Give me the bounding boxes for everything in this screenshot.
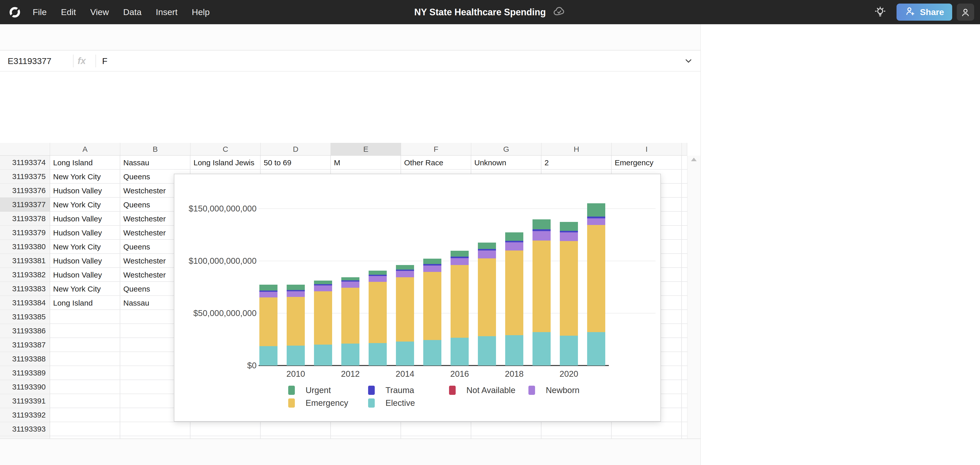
- row-header[interactable]: 31193389: [0, 366, 50, 380]
- row-header[interactable]: 31193385: [0, 310, 50, 324]
- scroll-up-arrow[interactable]: [691, 158, 697, 161]
- row-header[interactable]: 31193374: [0, 156, 50, 170]
- bar-segment-trauma: [287, 290, 305, 291]
- user-avatar-button[interactable]: [957, 3, 974, 21]
- bar-segment-urgent: [560, 222, 578, 231]
- column-header-C[interactable]: C: [191, 143, 261, 156]
- share-person-plus-icon: [905, 6, 916, 19]
- row-header[interactable]: 31193376: [0, 184, 50, 198]
- grid-cell[interactable]: Hudson Valley: [50, 226, 120, 240]
- menu-item-edit[interactable]: Edit: [61, 7, 76, 17]
- column-header-B[interactable]: B: [120, 143, 191, 156]
- row-header[interactable]: 31193384: [0, 296, 50, 310]
- feedback-lightbulb-icon[interactable]: [873, 5, 888, 20]
- grid-cell[interactable]: Long Island: [50, 296, 120, 310]
- legend-swatch: [449, 386, 456, 395]
- formula-bar-expand-icon[interactable]: [684, 56, 693, 67]
- row-header[interactable]: 31193375: [0, 170, 50, 184]
- quadratic-logo-icon[interactable]: [9, 6, 21, 19]
- grid-vertical-scrollbar[interactable]: [687, 156, 700, 465]
- legend-item: Not Available: [449, 385, 515, 395]
- row-header[interactable]: 31193390: [0, 380, 50, 394]
- column-header-D[interactable]: D: [261, 143, 331, 156]
- grid-cell[interactable]: Unknown: [471, 156, 541, 170]
- row-header[interactable]: 31193380: [0, 240, 50, 254]
- corner-header[interactable]: [0, 143, 50, 156]
- bar-segment-newborn: [478, 251, 496, 259]
- fx-icon: fx: [78, 51, 86, 71]
- row-header[interactable]: 31193377: [0, 198, 50, 212]
- grid-cell[interactable]: Hudson Valley: [50, 254, 120, 268]
- x-tick-label: 2020: [551, 369, 587, 379]
- grid-cell[interactable]: Nassau: [120, 156, 191, 170]
- x-tick-label: 2018: [496, 369, 532, 379]
- menu-item-data[interactable]: Data: [123, 7, 142, 17]
- row-header[interactable]: 31193392: [0, 408, 50, 422]
- menu-items: FileEditViewDataInsertHelp: [33, 0, 210, 24]
- legend-swatch: [528, 386, 535, 395]
- legend-item: Newborn: [528, 385, 579, 395]
- grid-cell[interactable]: Hudson Valley: [50, 184, 120, 198]
- y-tick-label: $0: [177, 360, 256, 371]
- column-header-I[interactable]: I: [612, 143, 682, 156]
- row-header[interactable]: 31193387: [0, 338, 50, 352]
- menu-item-help[interactable]: Help: [192, 7, 210, 17]
- bar-segment-emergency: [423, 272, 441, 340]
- column-header-A[interactable]: A: [50, 143, 120, 156]
- column-header-H[interactable]: H: [541, 143, 612, 156]
- bar-segment-urgent: [314, 281, 332, 284]
- column-header-F[interactable]: F: [401, 143, 471, 156]
- legend-label: Emergency: [305, 398, 348, 408]
- legend-swatch: [288, 386, 295, 395]
- row-header[interactable]: 31193391: [0, 394, 50, 408]
- bar-segment-newborn: [560, 232, 578, 241]
- menu-item-view[interactable]: View: [90, 7, 109, 17]
- column-header-partial[interactable]: [682, 143, 687, 156]
- row-header[interactable]: 31193383: [0, 282, 50, 296]
- bar-segment-urgent: [505, 232, 523, 241]
- bar-segment-emergency: [505, 251, 523, 335]
- row-header[interactable]: 31193393: [0, 422, 50, 436]
- bar-segment-emergency: [587, 225, 605, 332]
- grid-cell[interactable]: Emergency: [612, 156, 682, 170]
- legend-label: Trauma: [385, 386, 414, 395]
- grid-cell[interactable]: 50 to 69: [261, 156, 331, 170]
- document-title[interactable]: NY State Healthcare Spending: [414, 7, 546, 17]
- legend-swatch: [368, 398, 375, 408]
- share-button[interactable]: Share: [897, 3, 952, 21]
- grid-cell[interactable]: New York City: [50, 198, 120, 212]
- legend-label: Elective: [385, 398, 415, 408]
- row-header[interactable]: 31193386: [0, 324, 50, 338]
- grid-cell[interactable]: Hudson Valley: [50, 268, 120, 282]
- bar-segment-trauma: [560, 231, 578, 232]
- grid-cell[interactable]: Other Race: [401, 156, 471, 170]
- app-window: FileEditViewDataInsertHelp NY State Heal…: [0, 0, 980, 465]
- grid-cell[interactable]: Long Island Jewis: [191, 156, 261, 170]
- grid-cell[interactable]: New York City: [50, 170, 120, 184]
- column-header-E[interactable]: E: [331, 143, 401, 156]
- row-header[interactable]: 31193382: [0, 268, 50, 282]
- row-header[interactable]: 31193378: [0, 212, 50, 226]
- bar-segment-emergency: [341, 288, 360, 344]
- row-header[interactable]: 31193388: [0, 352, 50, 366]
- grid-cell[interactable]: 2: [541, 156, 612, 170]
- bar-segment-elective: [478, 336, 496, 365]
- grid-cell[interactable]: Hudson Valley: [50, 212, 120, 226]
- bar-segment-emergency: [369, 282, 387, 343]
- grid-cell[interactable]: New York City: [50, 240, 120, 254]
- bar-segment-emergency: [259, 297, 277, 346]
- column-header-G[interactable]: G: [471, 143, 541, 156]
- grid-cell[interactable]: M: [331, 156, 401, 170]
- formula-input[interactable]: F: [102, 51, 107, 71]
- grid-cell[interactable]: Long Island: [50, 156, 120, 170]
- grid-cell[interactable]: New York City: [50, 282, 120, 296]
- bar-segment-newborn: [587, 218, 605, 225]
- bar-segment-emergency: [450, 265, 469, 338]
- row-header[interactable]: 31193381: [0, 254, 50, 268]
- menu-item-insert[interactable]: Insert: [156, 7, 177, 17]
- cell-reference[interactable]: E31193377: [8, 51, 51, 71]
- embedded-chart[interactable]: $0$50,000,000,000$100,000,000,000$150,00…: [174, 174, 661, 422]
- row-header[interactable]: 31193379: [0, 226, 50, 240]
- share-button-label: Share: [920, 7, 944, 17]
- menu-item-file[interactable]: File: [33, 7, 47, 17]
